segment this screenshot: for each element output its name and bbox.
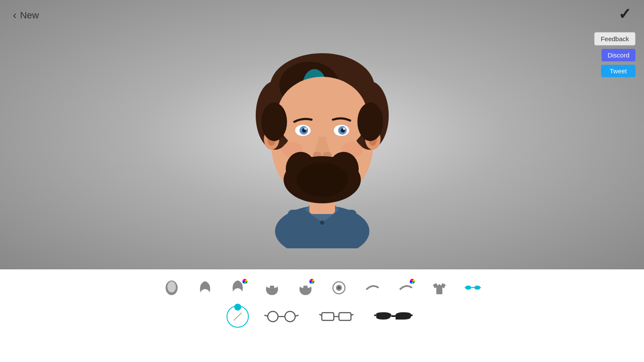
glasses-options-row <box>227 305 418 328</box>
svg-rect-48 <box>480 287 481 288</box>
beard-tool[interactable] <box>261 277 283 299</box>
svg-point-49 <box>268 311 278 322</box>
feedback-button[interactable]: Feedback <box>594 32 635 45</box>
back-button[interactable]: ‹ New <box>13 9 39 22</box>
tweet-button[interactable]: Tweet <box>601 65 635 77</box>
confirm-button[interactable]: ✓ <box>618 5 631 23</box>
eyebrow-color-tool[interactable] <box>395 277 417 299</box>
glasses-dark-wrap-option[interactable] <box>369 307 418 326</box>
svg-rect-55 <box>339 313 351 320</box>
back-label: New <box>20 10 39 21</box>
svg-point-34 <box>261 103 287 141</box>
svg-rect-47 <box>465 287 466 288</box>
face-tool[interactable] <box>161 277 182 299</box>
hair-tool[interactable] <box>194 277 216 299</box>
right-panel: Feedback Discord Tweet <box>594 32 635 77</box>
avatar-display <box>249 21 395 248</box>
svg-point-35 <box>357 103 383 141</box>
eyes-tool[interactable] <box>328 277 350 299</box>
svg-point-50 <box>285 311 295 322</box>
glasses-tool[interactable] <box>462 277 484 299</box>
svg-line-52 <box>264 315 268 316</box>
discord-button[interactable]: Discord <box>602 49 635 61</box>
glasses-square-thin-option[interactable] <box>314 307 359 326</box>
glasses-round-thin-option[interactable] <box>259 307 304 326</box>
avatar-canvas: ‹ New ✓ Feedback Discord Tweet <box>0 0 644 269</box>
svg-rect-44 <box>465 286 471 290</box>
avatar-svg <box>249 21 395 248</box>
bottom-panel <box>0 269 644 362</box>
eyebrow-tool[interactable] <box>362 277 383 299</box>
svg-rect-45 <box>474 286 480 290</box>
svg-point-36 <box>320 220 324 225</box>
svg-rect-46 <box>471 287 475 288</box>
svg-rect-59 <box>391 315 396 317</box>
svg-rect-61 <box>411 314 413 316</box>
svg-point-38 <box>167 281 176 293</box>
shirt-tool[interactable] <box>429 277 450 299</box>
beard-color-tool[interactable] <box>295 277 316 299</box>
svg-point-29 <box>296 163 348 197</box>
svg-rect-40 <box>303 286 308 289</box>
svg-point-20 <box>304 127 307 130</box>
glasses-none-option[interactable] <box>227 305 249 328</box>
svg-line-53 <box>295 315 299 316</box>
checkmark-icon: ✓ <box>618 5 631 23</box>
toolbar-row <box>161 277 484 299</box>
svg-rect-60 <box>374 314 376 316</box>
hair-color-tool[interactable] <box>228 277 249 299</box>
svg-rect-54 <box>322 313 334 320</box>
svg-rect-39 <box>270 286 274 289</box>
svg-point-43 <box>338 287 340 289</box>
svg-point-21 <box>343 127 345 130</box>
chevron-left-icon: ‹ <box>13 9 17 22</box>
